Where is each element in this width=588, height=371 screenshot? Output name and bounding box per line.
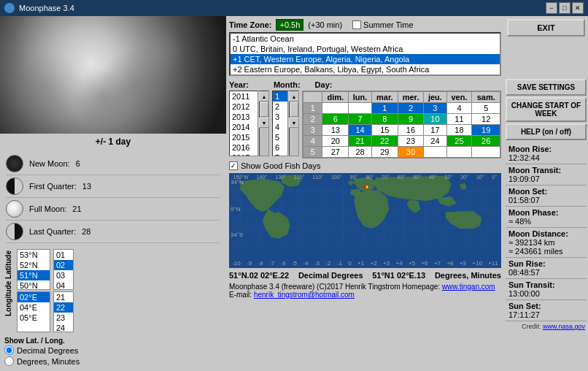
day-empty-5[interactable] bbox=[472, 147, 500, 158]
lon-listbox[interactable]: 02°E 04°E 05°E bbox=[17, 291, 50, 332]
day-20[interactable]: 20 bbox=[322, 136, 349, 147]
year-2011[interactable]: 2011 bbox=[230, 91, 258, 102]
close-button[interactable]: ✕ bbox=[572, 2, 584, 14]
tz-option-3[interactable]: +2 Eastern Europe, Balkans, Libya, Egypt… bbox=[231, 64, 500, 74]
day-26[interactable]: 26 bbox=[472, 136, 500, 147]
help-button[interactable]: HELP (on / off) bbox=[506, 123, 587, 140]
month-5[interactable]: 5 bbox=[273, 132, 287, 142]
minimize-button[interactable]: − bbox=[546, 2, 557, 14]
day-15[interactable]: 15 bbox=[372, 125, 398, 136]
year-scrollbar[interactable]: ▲ ▼ bbox=[259, 91, 269, 156]
day-5[interactable]: 5 bbox=[472, 103, 500, 114]
day-9[interactable]: 9 bbox=[398, 114, 424, 125]
month-6[interactable]: 6 bbox=[273, 142, 287, 153]
month-3[interactable]: 3 bbox=[273, 112, 287, 122]
lon-num-24[interactable]: 24 bbox=[54, 323, 73, 332]
credit-link[interactable]: www.nasa.gov bbox=[543, 323, 585, 330]
day-10[interactable]: 10 bbox=[424, 114, 446, 125]
lon-num-23[interactable]: 23 bbox=[54, 313, 73, 323]
footer-email-link[interactable]: henrik_tingstrom@hotmail.com bbox=[254, 291, 355, 299]
change-start-of-week-button[interactable]: CHANGE START OF WEEK bbox=[506, 97, 587, 122]
year-scroll-thumb[interactable] bbox=[260, 102, 268, 117]
lat-item-52n[interactable]: 52°N bbox=[18, 260, 50, 270]
month-scrollbar[interactable]: ▲ ▼ bbox=[289, 91, 299, 156]
lat-num-04[interactable]: 04 bbox=[54, 280, 73, 290]
lon-item-05e[interactable]: 05°E bbox=[18, 313, 50, 323]
lat-num-listbox[interactable]: 01 02 03 04 bbox=[53, 249, 74, 290]
year-2017[interactable]: 2017 bbox=[230, 153, 258, 156]
day-21[interactable]: 21 bbox=[349, 136, 372, 147]
lat-listbox[interactable]: 53°N 52°N 51°N 50°N bbox=[17, 249, 50, 290]
exit-button[interactable]: EXIT bbox=[507, 19, 585, 37]
summer-time-checkbox[interactable] bbox=[352, 20, 361, 29]
degrees-minutes-radio[interactable] bbox=[4, 356, 14, 366]
month-scroll-down[interactable]: ▼ bbox=[289, 118, 299, 128]
lat-item-50n[interactable]: 50°N bbox=[18, 280, 50, 290]
year-2012[interactable]: 2012 bbox=[230, 102, 258, 112]
lat-num-03[interactable]: 03 bbox=[54, 270, 73, 280]
day-14-today[interactable]: 14 bbox=[349, 125, 372, 136]
decimal-radio[interactable] bbox=[4, 345, 14, 355]
lat-item-53n[interactable]: 53°N bbox=[18, 250, 50, 260]
day-2[interactable]: 2 bbox=[398, 103, 424, 114]
year-listbox[interactable]: 2011 2012 2013 2014 2015 2016 2017 2018 … bbox=[229, 91, 258, 156]
fish-days-checkbox[interactable] bbox=[229, 161, 238, 170]
day-12[interactable]: 12 bbox=[472, 114, 500, 125]
year-2015[interactable]: 2015 bbox=[230, 132, 258, 142]
footer-homepage-link[interactable]: www.tingan.com bbox=[442, 283, 495, 291]
day-empty-2[interactable] bbox=[349, 103, 372, 114]
tz-option-2[interactable]: +1 CET, Western Europe, Algeria, Nigeria… bbox=[231, 54, 500, 64]
maximize-button[interactable]: □ bbox=[559, 2, 570, 14]
day-30[interactable]: 30 bbox=[398, 147, 424, 158]
day-17[interactable]: 17 bbox=[424, 125, 446, 136]
day-6[interactable]: 6 bbox=[322, 114, 349, 125]
lon-item-02e[interactable]: 02°E bbox=[18, 292, 50, 302]
decimal-degrees-row[interactable]: Decimal Degrees bbox=[4, 345, 222, 356]
lon-item-04e[interactable]: 04°E bbox=[18, 302, 50, 313]
day-29[interactable]: 29 bbox=[372, 147, 398, 158]
lat-num-02[interactable]: 02 bbox=[54, 260, 73, 270]
day-8[interactable]: 8 bbox=[372, 114, 398, 125]
lon-num-21[interactable]: 21 bbox=[54, 292, 73, 302]
timezone-listbox[interactable]: -1 Atlantic Ocean 0 UTC, Britain, Irelan… bbox=[229, 32, 501, 76]
day-empty-3[interactable] bbox=[424, 147, 446, 158]
day-13[interactable]: 13 bbox=[322, 125, 349, 136]
day-22[interactable]: 22 bbox=[372, 136, 398, 147]
day-empty-4[interactable] bbox=[446, 147, 472, 158]
month-4[interactable]: 4 bbox=[273, 122, 287, 132]
day-24[interactable]: 24 bbox=[424, 136, 446, 147]
lon-num-22[interactable]: 22 bbox=[54, 302, 73, 313]
save-settings-button[interactable]: SAVE SETTINGS bbox=[506, 79, 587, 96]
year-scroll-down[interactable]: ▼ bbox=[259, 118, 269, 128]
day-16[interactable]: 16 bbox=[398, 125, 424, 136]
year-2016[interactable]: 2016 bbox=[230, 142, 258, 153]
month-scroll-thumb[interactable] bbox=[290, 102, 298, 117]
day-28[interactable]: 28 bbox=[349, 147, 372, 158]
month-listbox[interactable]: 1 2 3 4 5 6 7 8 9 10 bbox=[272, 91, 288, 156]
lat-item-51n[interactable]: 51°N bbox=[18, 270, 50, 280]
month-scroll-up[interactable]: ▲ bbox=[289, 91, 299, 102]
lon-num-listbox[interactable]: 21 22 23 24 bbox=[53, 291, 74, 332]
tz-option-1[interactable]: 0 UTC, Britain, Ireland, Portugal, Weste… bbox=[231, 44, 500, 54]
day-empty-1[interactable] bbox=[322, 103, 349, 114]
day-3[interactable]: 3 bbox=[424, 103, 446, 114]
day-23[interactable]: 23 bbox=[398, 136, 424, 147]
day-11[interactable]: 11 bbox=[446, 114, 472, 125]
year-2014[interactable]: 2014 bbox=[230, 122, 258, 132]
lat-num-01[interactable]: 01 bbox=[54, 250, 73, 260]
tz-option-0[interactable]: -1 Atlantic Ocean bbox=[231, 34, 500, 44]
month-2[interactable]: 2 bbox=[273, 102, 287, 112]
day-4[interactable]: 4 bbox=[446, 103, 472, 114]
day-1[interactable]: 1 bbox=[372, 103, 398, 114]
year-scroll-up[interactable]: ▲ bbox=[259, 91, 269, 102]
first-quarter-row: First Quarter: 13 bbox=[6, 175, 220, 198]
degrees-minutes-row[interactable]: Degrees, Minutes bbox=[4, 356, 222, 367]
day-27[interactable]: 27 bbox=[322, 147, 349, 158]
day-7[interactable]: 7 bbox=[349, 114, 372, 125]
month-7[interactable]: 7 bbox=[273, 153, 287, 156]
day-25[interactable]: 25 bbox=[446, 136, 472, 147]
day-19[interactable]: 19 bbox=[472, 125, 500, 136]
day-18[interactable]: 18 bbox=[446, 125, 472, 136]
year-2013[interactable]: 2013 bbox=[230, 112, 258, 122]
month-1[interactable]: 1 bbox=[273, 91, 287, 102]
